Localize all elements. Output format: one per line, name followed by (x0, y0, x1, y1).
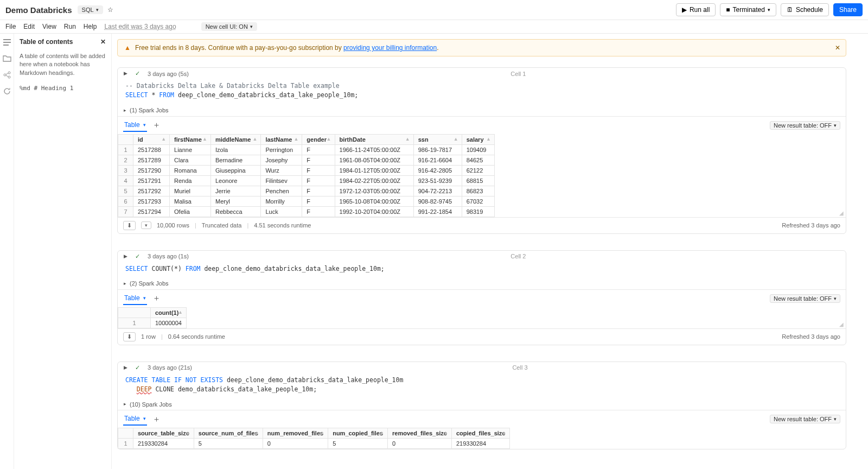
add-tab-icon[interactable]: ＋ (152, 414, 161, 424)
col-header[interactable]: birthDate▲ (335, 134, 413, 144)
check-icon: ✓ (135, 364, 140, 371)
spark-jobs-toggle[interactable]: ▸(2) Spark Jobs (118, 278, 846, 289)
language-pill[interactable]: SQL▾ (78, 5, 103, 14)
table-row[interactable]: 12193302845050219330284 (118, 439, 510, 449)
cell-label: Cell 1 (510, 71, 526, 77)
chevron-right-icon: ▸ (124, 402, 126, 407)
add-tab-icon[interactable]: ＋ (152, 293, 161, 303)
share-icon[interactable] (3, 71, 11, 79)
star-icon[interactable]: ☆ (107, 6, 113, 14)
warning-icon: ▲ (124, 44, 131, 52)
check-icon: ✓ (135, 70, 140, 77)
table-row[interactable]: 42517291RendaLeonoreFilintsevF1984-02-22… (118, 175, 495, 186)
new-result-toggle[interactable]: New result table: OFF▾ (770, 121, 840, 130)
code-text: COUNT(*) (148, 265, 186, 272)
table-row[interactable]: 72517294OfeliaRebbeccaLuckF1992-10-20T04… (118, 206, 495, 217)
compute-status-label: Terminated (733, 6, 765, 14)
download-button[interactable]: ⬇ (123, 221, 136, 230)
toc-title: Table of contents (20, 38, 73, 46)
col-header[interactable]: count(1)▲ (151, 307, 187, 318)
calendar-icon: 🗓 (787, 6, 793, 14)
col-header[interactable]: ssn▲ (413, 134, 462, 144)
run-cell-icon[interactable]: ▶ (124, 71, 127, 76)
table-row[interactable]: 32517290RomanaGiuseppinaWurzF1984-01-12T… (118, 165, 495, 175)
spark-jobs-toggle[interactable]: ▸(10) Spark Jobs (118, 398, 846, 410)
spark-jobs-label: (10) Spark Jobs (130, 401, 172, 408)
toc-icon[interactable] (3, 38, 11, 47)
menu-run[interactable]: Run (64, 23, 76, 30)
download-button[interactable]: ⬇ (123, 332, 136, 341)
col-header[interactable]: source_num_of_files▲ (194, 428, 263, 439)
col-header[interactable]: lastName▲ (261, 134, 302, 144)
add-tab-icon[interactable]: ＋ (152, 120, 161, 130)
trial-alert: ▲ Free trial ends in 8 days. Continue wi… (117, 39, 846, 56)
run-all-label: Run all (690, 6, 710, 14)
spark-jobs-toggle[interactable]: ▸(1) Spark Jobs (118, 105, 846, 116)
new-cell-ui-toggle[interactable]: New cell UI: ON▾ (201, 22, 257, 31)
col-header[interactable]: copied_files_size▲ (451, 428, 510, 439)
resize-handle-icon[interactable]: ◢ (839, 321, 844, 327)
table-row[interactable]: 52517292MurielJerriePenchenF1972-12-03T0… (118, 186, 495, 196)
compute-status-button[interactable]: ■Terminated▾ (720, 3, 776, 16)
billing-link[interactable]: providing your billing information (343, 44, 437, 52)
cell-time: 3 days ago (21s) (148, 364, 192, 371)
col-header[interactable]: id▲ (133, 134, 170, 144)
new-result-toggle[interactable]: New result table: OFF▾ (770, 294, 840, 303)
run-cell-icon[interactable]: ▶ (124, 365, 127, 370)
svg-point-5 (8, 76, 10, 78)
language-label: SQL (82, 7, 94, 13)
share-button[interactable]: Share (833, 3, 863, 16)
code-editor[interactable]: -- Databricks Delta Lake & Databricks De… (118, 79, 846, 105)
col-header[interactable]: source_table_size▲ (133, 428, 194, 439)
new-result-label: New result table: OFF (774, 416, 832, 422)
menu-view[interactable]: View (42, 23, 56, 30)
tab-table[interactable]: Table▾ (123, 119, 147, 132)
last-edit-label[interactable]: Last edit was 3 days ago (105, 23, 176, 30)
new-result-label: New result table: OFF (774, 122, 832, 129)
close-icon[interactable]: ✕ (835, 44, 840, 52)
col-header[interactable]: gender▲ (302, 134, 335, 144)
col-header[interactable]: middleName▲ (211, 134, 261, 144)
schedule-button[interactable]: 🗓Schedule (781, 3, 829, 16)
code-editor[interactable]: SELECT COUNT(*) FROM deep_clone_demo_dat… (118, 262, 846, 278)
refresh-icon[interactable] (3, 87, 11, 96)
result-table[interactable]: source_table_size▲source_num_of_files▲nu… (118, 428, 510, 449)
result-table-wrap: id▲firstName▲middleName▲lastName▲gender▲… (118, 134, 846, 217)
col-header[interactable]: salary▲ (462, 134, 494, 144)
col-header[interactable]: num_copied_files▲ (328, 428, 388, 439)
new-cell-ui-label: New cell UI: ON (206, 23, 248, 30)
col-header[interactable]: removed_files_size▲ (388, 428, 452, 439)
folder-icon[interactable] (3, 54, 11, 63)
kw: FROM (186, 265, 201, 272)
toc-panel: Table of contents ✕ A table of contents … (14, 34, 112, 469)
table-row[interactable]: 22517289ClaraBernadineJosephyF1961-08-05… (118, 155, 495, 165)
table-row[interactable]: 110000004 (118, 318, 187, 328)
svg-point-4 (8, 72, 10, 74)
table-row[interactable]: 12517288LianneIzolaPerringtonF1966-11-24… (118, 144, 495, 155)
new-result-toggle[interactable]: New result table: OFF▾ (770, 415, 840, 423)
result-table[interactable]: count(1)▲110000004 (118, 307, 187, 328)
tab-table[interactable]: Table▾ (123, 292, 147, 305)
menu-help[interactable]: Help (84, 23, 97, 30)
col-header[interactable]: firstName▲ (170, 134, 211, 144)
download-dropdown[interactable]: ▾ (141, 221, 151, 229)
kw: SELECT (125, 265, 148, 272)
result-table[interactable]: id▲firstName▲middleName▲lastName▲gender▲… (118, 134, 495, 217)
code-editor[interactable]: CREATE TABLE IF NOT EXISTS deep_clone_de… (118, 373, 846, 399)
stop-icon: ■ (726, 6, 730, 14)
col-header[interactable]: num_removed_files▲ (263, 428, 328, 439)
cell-2: ▶ ✓ 3 days ago (1s) Cell 2 SELECT COUNT(… (117, 250, 846, 345)
menu-file[interactable]: File (5, 23, 16, 30)
chevron-down-icon: ▾ (143, 122, 146, 128)
run-cell-icon[interactable]: ▶ (124, 253, 127, 259)
kw: DEEP (137, 385, 152, 393)
close-icon[interactable]: ✕ (100, 38, 106, 46)
cell-1: ▶ ✓ 3 days ago (5s) Cell 1 -- Databricks… (117, 67, 846, 234)
resize-handle-icon[interactable]: ◢ (839, 210, 844, 216)
tab-table[interactable]: Table▾ (123, 413, 147, 426)
menu-edit[interactable]: Edit (23, 23, 35, 30)
table-row[interactable]: 62517293MalisaMerylMorrillyF1965-10-08T0… (118, 196, 495, 206)
check-icon: ✓ (135, 253, 140, 260)
cell-time: 3 days ago (5s) (148, 71, 189, 77)
run-all-button[interactable]: ▶Run all (676, 3, 716, 16)
